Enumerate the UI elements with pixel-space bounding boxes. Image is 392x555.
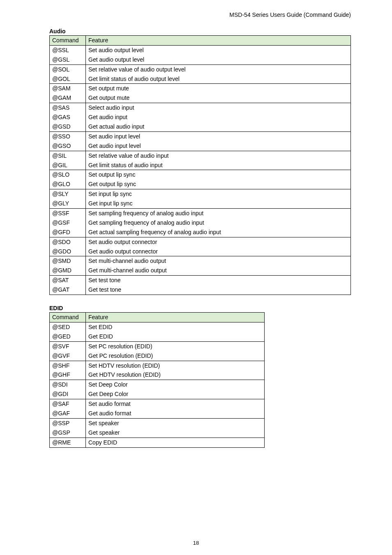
- feature-text: Set multi-channel audio output: [86, 256, 350, 266]
- table-row: @SAF@GAFSet audio formatGet audio format: [50, 399, 265, 419]
- command-text: @SSP: [50, 419, 85, 428]
- command-text: @SSL: [50, 46, 85, 55]
- feature-text: Get audio format: [86, 409, 264, 418]
- command-text: @GHF: [50, 370, 85, 380]
- table-row: @SED@GEDSet EDIDGet EDID: [50, 322, 265, 341]
- feature-cell: Select audio inputGet audio inputGet act…: [86, 103, 351, 132]
- edid-section-title: EDID: [49, 305, 351, 311]
- feature-text: Get audio input: [86, 113, 350, 122]
- feature-text: Set speaker: [86, 419, 264, 428]
- command-text: @SDI: [50, 380, 85, 389]
- command-text: @GLO: [50, 180, 85, 189]
- command-text: @GMD: [50, 266, 85, 275]
- command-cell: @SLO@GLO: [50, 170, 86, 189]
- command-text: @GDO: [50, 247, 85, 256]
- command-cell: @SAS@GAS@GSD: [50, 103, 86, 132]
- command-text: @GAT: [50, 285, 85, 295]
- command-cell: @SIL@GIL: [50, 151, 86, 170]
- feature-cell: Set relative value of audio output level…: [86, 64, 351, 84]
- feature-text: Copy EDID: [86, 438, 264, 447]
- command-text: @SAS: [50, 103, 85, 113]
- feature-text: Get Deep Color: [86, 389, 264, 399]
- feature-text: Get input lip sync: [86, 199, 350, 208]
- feature-text: Set PC resolution (EDID): [86, 342, 264, 351]
- command-cell: @RME: [50, 438, 86, 447]
- table-row: @SDO@GDOSet audio output connectorGet au…: [50, 237, 351, 256]
- command-text: @SSF: [50, 209, 85, 218]
- table-row: @SVF@GVFSet PC resolution (EDID)Get PC r…: [50, 341, 265, 361]
- feature-cell: Set Deep ColorGet Deep Color: [86, 380, 265, 399]
- feature-cell: Set output muteGet output mute: [86, 84, 351, 103]
- feature-cell: Copy EDID: [86, 438, 265, 447]
- command-text: @GSP: [50, 428, 85, 438]
- feature-text: Set relative value of audio output level: [86, 65, 350, 74]
- doc-title: MSD-54 Series Users Guide (Command Guide…: [229, 12, 351, 18]
- command-text: @GED: [50, 332, 85, 341]
- feature-text: Get actual sampling frequency of analog …: [86, 228, 350, 237]
- edid-col-feature: Feature: [86, 313, 265, 322]
- edid-col-command: Command: [50, 313, 86, 322]
- command-cell: @SHF@GHF: [50, 361, 86, 380]
- feature-text: Select audio input: [86, 103, 350, 113]
- feature-text: Set audio output connector: [86, 237, 350, 247]
- feature-cell: Set multi-channel audio outputGet multi-…: [86, 256, 351, 276]
- feature-text: Set sampling frequency of analog audio i…: [86, 209, 350, 218]
- feature-cell: Set test toneGet test tone: [86, 276, 351, 295]
- feature-cell: Set audio output connectorGet audio outp…: [86, 237, 351, 256]
- feature-text: Get multi-channel audio output: [86, 266, 350, 275]
- command-text: @SED: [50, 322, 85, 332]
- feature-text: Get PC resolution (EDID): [86, 351, 264, 361]
- feature-text: Get speaker: [86, 428, 264, 438]
- command-text: @SOL: [50, 65, 85, 74]
- command-cell: @SAT@GAT: [50, 276, 86, 295]
- command-text: @SVF: [50, 342, 85, 351]
- feature-text: Get output lip sync: [86, 180, 350, 189]
- table-row: @SSF@GSF@GFDSet sampling frequency of an…: [50, 209, 351, 237]
- feature-text: Set audio output level: [86, 46, 350, 55]
- feature-cell: Set audio input levelGet audio input lev…: [86, 131, 351, 151]
- table-row: @SHF@GHFSet HDTV resolution (EDID)Get HD…: [50, 361, 265, 380]
- feature-text: Set relative value of audio input: [86, 151, 350, 161]
- feature-cell: Set audio formatGet audio format: [86, 399, 265, 419]
- feature-cell: Set output lip syncGet output lip sync: [86, 170, 351, 189]
- command-cell: @SDI@GDI: [50, 380, 86, 399]
- table-row: @SOL@GOLSet relative value of audio outp…: [50, 64, 351, 84]
- feature-text: Set EDID: [86, 322, 264, 332]
- table-row: @RMECopy EDID: [50, 438, 265, 447]
- command-cell: @SSO@GSO: [50, 131, 86, 151]
- feature-cell: Set speakerGet speaker: [86, 418, 265, 438]
- table-row: @SSP@GSPSet speakerGet speaker: [50, 418, 265, 438]
- page-number: 18: [0, 540, 392, 546]
- feature-text: Get audio output level: [86, 55, 350, 64]
- feature-text: Get limit status of audio input: [86, 161, 350, 170]
- command-cell: @SSL@GSL: [50, 45, 86, 64]
- feature-cell: Set audio output levelGet audio output l…: [86, 45, 351, 64]
- command-text: @GSF: [50, 218, 85, 228]
- feature-cell: Set relative value of audio inputGet lim…: [86, 151, 351, 170]
- feature-text: Set audio input level: [86, 132, 350, 141]
- command-text: @SMD: [50, 256, 85, 266]
- audio-col-feature: Feature: [86, 36, 351, 46]
- command-text: @SAF: [50, 399, 85, 409]
- table-row: @SDI@GDISet Deep ColorGet Deep Color: [50, 380, 265, 399]
- command-text: @SLY: [50, 189, 85, 199]
- command-text: @GOL: [50, 74, 85, 84]
- command-text: @GSL: [50, 55, 85, 64]
- command-text: @GSO: [50, 141, 85, 151]
- command-text: @SHF: [50, 361, 85, 371]
- feature-cell: Set PC resolution (EDID)Get PC resolutio…: [86, 341, 265, 361]
- command-text: @SAT: [50, 276, 85, 285]
- command-text: @SSO: [50, 132, 85, 141]
- feature-text: Get audio input level: [86, 141, 350, 151]
- feature-text: Set HDTV resolution (EDID): [86, 361, 264, 371]
- feature-cell: Set EDIDGet EDID: [86, 322, 265, 341]
- feature-text: Set output lip sync: [86, 170, 350, 180]
- command-text: @SLO: [50, 170, 85, 180]
- table-row: @SSL@GSLSet audio output levelGet audio …: [50, 45, 351, 64]
- edid-table: Command Feature @SED@GEDSet EDIDGet EDID…: [49, 312, 265, 447]
- command-cell: @SSF@GSF@GFD: [50, 209, 86, 237]
- command-cell: @SAM@GAM: [50, 84, 86, 103]
- command-cell: @SLY@GLY: [50, 189, 86, 209]
- table-row: @SLO@GLOSet output lip syncGet output li…: [50, 170, 351, 189]
- command-cell: @SSP@GSP: [50, 418, 86, 438]
